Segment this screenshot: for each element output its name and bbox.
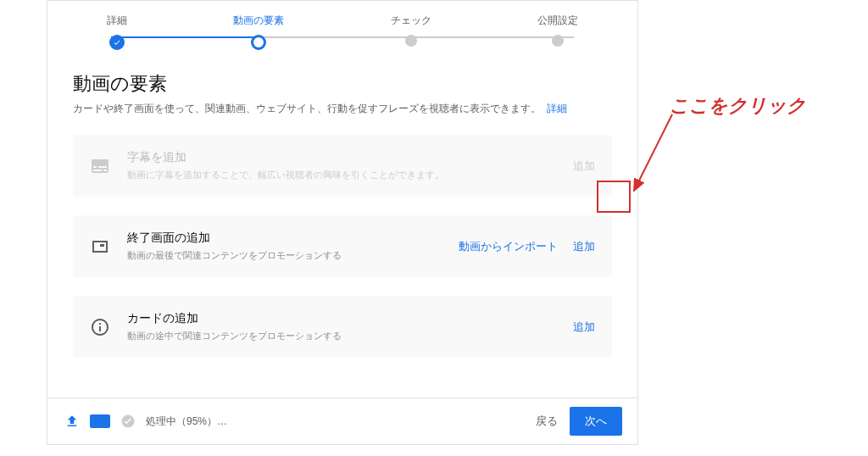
annotation-text: ここをクリック — [670, 93, 806, 119]
step-dot-icon — [552, 35, 564, 47]
upload-modal: 詳細 動画の要素 チェック 公開設定 動画の要素 カードや終了画面を使って、関連… — [47, 0, 638, 445]
processing-check-icon — [119, 412, 137, 431]
card-title: 終了画面の追加 — [127, 231, 459, 246]
card-desc: 動画に字幕を追加することで、幅広い視聴者の興味を引くことができます。 — [127, 169, 573, 181]
step-dot-icon — [405, 35, 417, 47]
sd-badge-icon — [90, 414, 110, 428]
add-endscreen-button[interactable]: 追加 — [573, 239, 595, 254]
card-actions: 追加 — [573, 320, 595, 335]
stepper: 詳細 動画の要素 チェック 公開設定 — [47, 1, 637, 50]
card-title: 字幕を追加 — [127, 150, 573, 165]
import-from-video-button[interactable]: 動画からインポート — [459, 239, 558, 254]
learn-more-link[interactable]: 詳細 — [547, 103, 567, 114]
card-body: 字幕を追加 動画に字幕を追加することで、幅広い視聴者の興味を引くことができます。 — [127, 150, 573, 181]
upload-icon[interactable] — [63, 412, 81, 431]
footer-left: 処理中（95%）… — [63, 412, 524, 431]
step-elements[interactable]: 動画の要素 — [233, 14, 284, 50]
page-description-text: カードや終了画面を使って、関連動画、ウェブサイト、行動を促すフレーズを視聴者に表… — [73, 103, 541, 114]
page-title: 動画の要素 — [73, 71, 612, 97]
card-desc: 動画の途中で関連コンテンツをプロモーションする — [127, 330, 573, 342]
step-label: 詳細 — [107, 14, 127, 28]
card-body: カードの追加 動画の途中で関連コンテンツをプロモーションする — [127, 311, 573, 342]
card-subtitles: 字幕を追加 動画に字幕を追加することで、幅広い視聴者の興味を引くことができます。… — [73, 135, 612, 197]
card-endscreen: 終了画面の追加 動画の最後で関連コンテンツをプロモーションする 動画からインポー… — [73, 215, 612, 277]
step-details[interactable]: 詳細 — [107, 14, 127, 50]
step-label: 動画の要素 — [233, 14, 284, 28]
card-actions: 動画からインポート 追加 — [459, 239, 595, 254]
step-visibility[interactable]: 公開設定 — [537, 14, 578, 47]
svg-line-2 — [634, 114, 672, 191]
step-dot-current-icon — [251, 35, 266, 50]
card-infocards: カードの追加 動画の途中で関連コンテンツをプロモーションする 追加 — [73, 296, 612, 358]
check-icon — [109, 35, 125, 50]
content: 動画の要素 カードや終了画面を使って、関連動画、ウェブサイト、行動を促すフレーズ… — [47, 50, 637, 398]
step-checks[interactable]: チェック — [391, 14, 431, 47]
next-button[interactable]: 次へ — [570, 407, 622, 436]
card-desc: 動画の最後で関連コンテンツをプロモーションする — [127, 249, 459, 262]
info-icon — [90, 317, 110, 337]
processing-status: 処理中（95%）… — [146, 414, 227, 429]
step-label: 公開設定 — [537, 14, 578, 28]
card-title: カードの追加 — [127, 311, 573, 326]
page-description: カードや終了画面を使って、関連動画、ウェブサイト、行動を促すフレーズを視聴者に表… — [73, 102, 612, 116]
add-subtitles-button: 追加 — [573, 158, 595, 174]
endscreen-icon — [90, 236, 110, 257]
card-actions: 追加 — [573, 158, 595, 174]
footer: 処理中（95%）… 戻る 次へ — [47, 398, 637, 444]
card-body: 終了画面の追加 動画の最後で関連コンテンツをプロモーションする — [127, 231, 459, 262]
add-cards-button[interactable]: 追加 — [573, 320, 595, 335]
back-button[interactable]: 戻る — [524, 407, 570, 436]
step-label: チェック — [391, 14, 431, 28]
subtitles-icon — [90, 156, 110, 176]
